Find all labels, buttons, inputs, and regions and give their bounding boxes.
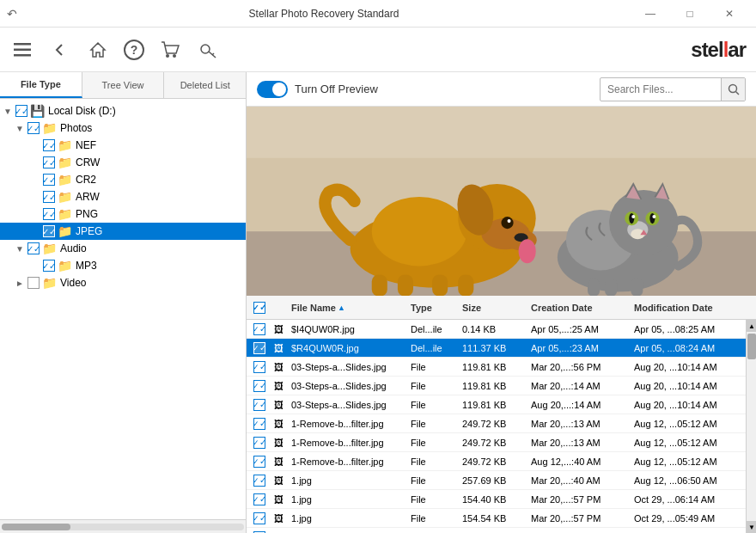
svg-point-4 [166,54,169,58]
window-controls: — □ ✕ [631,0,749,28]
checkbox-photos[interactable]: ✓ [27,122,40,134]
table-row[interactable]: ✓ 🖼 1.jpg File 175.52 KB Mar 20,...:57 P… [247,528,746,533]
checkbox-nef[interactable]: ✓ [43,139,55,151]
checkbox-jpeg[interactable]: ✓ [43,225,55,237]
close-button[interactable]: ✕ [710,0,749,28]
maximize-button[interactable]: □ [670,0,710,28]
file-icon: 🖼 [274,456,290,467]
checkbox-audio[interactable]: ✓ [27,242,40,254]
table-row[interactable]: ✓ 🖼 03-Steps-a...Slides.jpg File 119.81 … [247,358,746,377]
svg-rect-44 [588,279,600,296]
tree-label: CR2 [76,174,96,186]
file-type: File [411,362,462,372]
row-checkbox[interactable]: ✓ [253,361,265,373]
select-all-checkbox[interactable]: ✓ [253,302,265,314]
tab-deleted-list[interactable]: Deleted List [164,72,246,98]
table-row[interactable]: ✓ 🖼 1.jpg File 154.54 KB Mar 20,...:57 P… [247,509,746,528]
header-name-col[interactable]: File Name ▲ [290,303,411,313]
file-size: 154.40 KB [462,494,531,505]
table-row[interactable]: ✓ 🖼 $I4QUW0R.jpg Del...ile 0.14 KB Apr 0… [247,320,746,339]
row-checkbox[interactable]: ✓ [253,437,265,449]
checkbox-crw[interactable]: ✓ [43,156,55,168]
toggle-label: Turn Off Preview [295,83,378,95]
key-button[interactable] [196,38,220,62]
row-checkbox[interactable]: ✓ [253,456,265,468]
tab-tree-view[interactable]: Tree View [82,72,165,98]
row-checkbox[interactable]: ✓ [253,380,265,392]
table-row[interactable]: ✓ 🖼 1.jpg File 154.40 KB Mar 20,...:57 P… [247,490,746,509]
checkbox-cr2[interactable]: ✓ [43,174,55,186]
checkbox-mp3[interactable]: ✓ [43,260,55,272]
svg-point-41 [649,213,655,224]
tree-item-photos[interactable]: ▼ ✓ 📁 Photos [0,119,246,137]
row-checkbox[interactable]: ✓ [253,512,265,524]
svg-point-42 [652,215,655,218]
row-checkbox[interactable]: ✓ [253,475,265,487]
tree-item-arw[interactable]: ✓ 📁 ARW [0,188,246,205]
file-type: File [411,475,462,486]
scroll-thumb[interactable] [2,524,70,530]
tree-item-video[interactable]: ► 📁 Video [0,274,246,291]
scroll-down-button[interactable]: ▼ [747,521,756,533]
back-button[interactable] [48,38,72,62]
vertical-scrollbar[interactable]: ▲ ▼ [746,320,756,533]
cart-button[interactable] [158,38,182,62]
file-modified: Aug 12, ...06:50 AM [634,475,746,486]
expand-icon: ▼ [15,124,27,133]
file-icon: 🖼 [274,475,290,486]
svg-rect-27 [458,274,473,296]
row-checkbox[interactable]: ✓ [253,342,265,354]
tab-file-type[interactable]: File Type [0,72,82,98]
expand-icon [31,158,43,168]
svg-point-9 [729,84,736,92]
tree-label: ARW [76,191,100,203]
file-name: $R4QUW0R.jpg [290,343,411,353]
search-button[interactable] [721,78,745,101]
search-input[interactable] [601,80,721,99]
file-created: Apr 05,...:23 AM [531,343,634,353]
tree-item-png[interactable]: ✓ 📁 PNG [0,205,246,223]
scroll-up-button[interactable]: ▲ [747,320,756,332]
row-checkbox[interactable]: ✓ [253,493,265,505]
tree-item-mp3[interactable]: ✓ 📁 MP3 [0,257,246,274]
header-size-col: Size [462,303,531,313]
file-created: Apr 05,...:25 AM [531,324,634,334]
table-row[interactable]: ✓ 🖼 1-Remove-b...filter.jpg File 249.72 … [247,414,746,433]
checkbox-local-disk[interactable]: ✓ [15,105,27,117]
file-icon: 🖼 [274,494,290,505]
table-row[interactable]: ✓ 🖼 03-Steps-a...Slides.jpg File 119.81 … [247,395,746,414]
scroll-thumb[interactable] [747,334,756,359]
help-button[interactable]: ? [124,40,144,60]
tree-item-audio[interactable]: ▼ ✓ 📁 Audio [0,240,246,257]
table-row[interactable]: ✓ 🖼 03-Steps-a...Slides.jpg File 119.81 … [247,377,746,395]
tree-item-nef[interactable]: ✓ 📁 NEF [0,137,246,154]
scroll-track [747,332,756,521]
tree-item-jpeg[interactable]: ✓ 📁 JPEG [0,223,246,240]
minimize-button[interactable]: — [631,0,670,28]
svg-rect-2 [14,54,31,57]
tree-item-crw[interactable]: ✓ 📁 CRW [0,154,246,171]
expand-icon: ▼ [15,244,27,254]
table-row[interactable]: ✓ 🖼 1-Remove-b...filter.jpg File 249.72 … [247,433,746,452]
header-check-col: ✓ [247,302,274,314]
checkbox-arw[interactable]: ✓ [43,191,55,203]
horizontal-scrollbar[interactable] [0,519,246,533]
row-checkbox[interactable]: ✓ [253,323,265,335]
row-checkbox[interactable]: ✓ [253,399,265,411]
svg-rect-46 [631,279,643,296]
menu-icon[interactable] [10,38,34,62]
tree-item-local-disk[interactable]: ▼ ✓ 💾 Local Disk (D:) [0,102,246,119]
file-tree: ▼ ✓ 💾 Local Disk (D:) ▼ ✓ 📁 Photos ✓ 📁 N… [0,99,246,519]
tree-item-cr2[interactable]: ✓ 📁 CR2 [0,171,246,188]
table-row[interactable]: ✓ 🖼 $R4QUW0R.jpg Del...ile 111.37 KB Apr… [247,339,746,358]
row-checkbox[interactable]: ✓ [253,418,265,430]
preview-toggle[interactable] [257,81,288,98]
svg-rect-26 [432,274,448,296]
checkbox-png[interactable]: ✓ [43,208,55,220]
home-button[interactable] [86,38,110,62]
table-row[interactable]: ✓ 🖼 1.jpg File 257.69 KB Mar 20,...:40 A… [247,471,746,490]
file-list-body: ✓ 🖼 $I4QUW0R.jpg Del...ile 0.14 KB Apr 0… [247,320,756,533]
checkbox-video[interactable] [27,277,40,289]
table-row[interactable]: ✓ 🖼 1-Remove-b...filter.jpg File 249.72 … [247,452,746,471]
svg-point-23 [519,239,536,263]
